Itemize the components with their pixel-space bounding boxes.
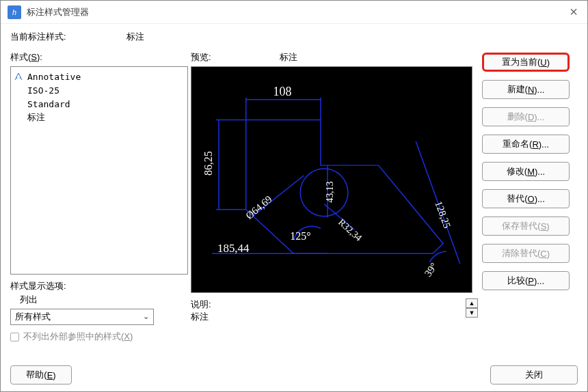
- dim-angle2: 39°: [422, 261, 439, 279]
- xref-checkbox-row[interactable]: 不列出外部参照中的样式(X): [10, 331, 188, 343]
- dim-right: 128,25: [433, 199, 453, 229]
- desc-label: 说明:: [191, 298, 463, 311]
- list-item-label: ISO-25: [27, 85, 59, 96]
- preview-label: 预览:: [191, 51, 280, 64]
- spinner-up[interactable]: ▲: [466, 298, 478, 308]
- new-button[interactable]: 新建(N)...: [482, 80, 570, 99]
- app-icon: h: [8, 5, 21, 19]
- rename-button[interactable]: 重命名(R)...: [482, 135, 570, 154]
- clear-override-button[interactable]: 清除替代(C): [482, 244, 570, 263]
- dim-left: 86,25: [202, 151, 214, 176]
- current-style-row: 当前标注样式: 标注: [10, 31, 578, 43]
- dim-radius: R32,34: [336, 217, 364, 243]
- modify-button[interactable]: 修改(M)...: [482, 162, 570, 181]
- list-item[interactable]: Annotative: [14, 70, 185, 83]
- checkbox-icon[interactable]: [10, 333, 19, 341]
- styles-listbox[interactable]: Annotative ISO-25 Standard 标注: [10, 66, 188, 275]
- spinner-down[interactable]: ▼: [466, 308, 478, 318]
- close-button[interactable]: 关闭: [490, 365, 578, 384]
- set-current-button[interactable]: 置为当前(U): [482, 53, 570, 72]
- save-override-button[interactable]: 保存替代(S): [482, 216, 570, 236]
- select-value: 所有样式: [15, 311, 51, 323]
- dim-top: 108: [273, 85, 292, 98]
- dim-dia: Ø64,69: [243, 193, 273, 221]
- list-item[interactable]: ISO-25: [14, 83, 185, 97]
- list-item-label: 标注: [27, 111, 45, 124]
- dim-center: 43,13: [325, 181, 335, 202]
- list-item[interactable]: Standard: [14, 97, 185, 111]
- current-style-label: 当前标注样式:: [10, 31, 126, 43]
- delete-button[interactable]: 删除(D)...: [482, 107, 570, 126]
- preview-pane: 108 86,25 43,13 128,25 Ø64,69 R32,34 125…: [191, 66, 472, 293]
- dim-angle1: 125°: [290, 230, 310, 242]
- list-item-label: Annotative: [27, 72, 81, 82]
- list-item[interactable]: 标注: [14, 111, 185, 124]
- list-item-label: Standard: [27, 99, 70, 109]
- window-title: 标注样式管理器: [27, 6, 89, 18]
- titlebar: h 标注样式管理器 ×: [1, 1, 587, 24]
- styles-label: 样式(S):: [10, 51, 188, 64]
- list-label: 列出: [20, 294, 188, 306]
- display-opts-label: 样式显示选项:: [10, 280, 188, 292]
- display-filter-select[interactable]: 所有样式 ⌄: [10, 309, 154, 325]
- compare-button[interactable]: 比较(P)...: [482, 271, 570, 290]
- help-button[interactable]: 帮助(E): [10, 365, 72, 384]
- close-icon[interactable]: ×: [567, 4, 580, 20]
- preview-style-name: 标注: [280, 51, 297, 64]
- xref-checkbox-label: 不列出外部参照中的样式(X): [23, 331, 133, 343]
- annotative-icon: [14, 72, 25, 81]
- current-style-value: 标注: [126, 31, 144, 43]
- chevron-down-icon: ⌄: [143, 312, 149, 321]
- dim-bottom: 185,44: [217, 242, 250, 255]
- desc-value: 标注: [191, 311, 463, 323]
- override-button[interactable]: 替代(O)...: [482, 189, 570, 208]
